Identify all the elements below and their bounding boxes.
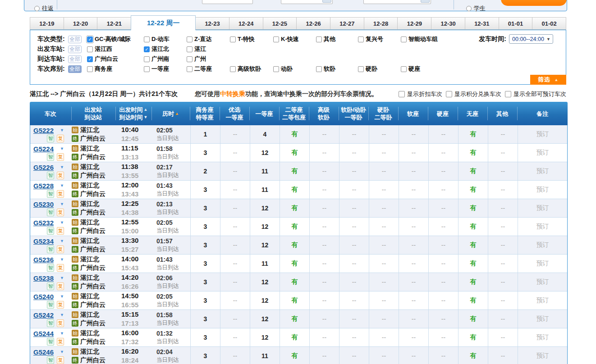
- date-tab-12-31[interactable]: 12-31: [465, 17, 499, 30]
- student-radio[interactable]: 学生: [466, 5, 486, 13]
- book-button[interactable]: 预订: [536, 352, 549, 360]
- transfer-link[interactable]: 中转换乘: [220, 90, 245, 97]
- book-button[interactable]: 预订: [536, 259, 549, 268]
- checkbox-icon[interactable]: [273, 66, 279, 72]
- train-number-link[interactable]: G5246: [33, 348, 54, 356]
- train-number-link[interactable]: G5242: [33, 311, 54, 319]
- checkbox-icon[interactable]: [230, 66, 236, 72]
- select-all-button[interactable]: 全部: [68, 65, 82, 73]
- roundtrip-radio[interactable]: 往返: [34, 5, 54, 13]
- checkbox-icon[interactable]: ✓: [144, 46, 150, 52]
- date-tab-12-27[interactable]: 12-27: [330, 17, 364, 30]
- query-button[interactable]: [501, 0, 567, 6]
- checkbox-icon[interactable]: [316, 36, 322, 42]
- date-tab-12-29[interactable]: 12-29: [397, 17, 431, 30]
- from-station-input[interactable]: [202, 0, 253, 4]
- filter-option[interactable]: 动卧: [273, 65, 316, 73]
- sort-asc-icon[interactable]: ▲: [175, 110, 179, 118]
- expand-caret-icon[interactable]: ▼: [60, 146, 64, 151]
- column-header[interactable]: 历时▲: [151, 102, 190, 125]
- checkbox-icon[interactable]: [401, 66, 407, 72]
- filter-option[interactable]: ✓湛江北: [144, 45, 187, 53]
- filter-option[interactable]: 商务座: [87, 65, 144, 73]
- date-tab-12-30[interactable]: 12-30: [431, 17, 465, 30]
- display-option[interactable]: 显示折扣车次: [399, 90, 442, 98]
- expand-caret-icon[interactable]: ▼: [60, 202, 64, 206]
- date-tab-12-20[interactable]: 12-20: [64, 17, 98, 30]
- expand-caret-icon[interactable]: ▼: [60, 128, 64, 132]
- checkbox-icon[interactable]: ✓: [87, 36, 93, 42]
- checkbox-icon[interactable]: [358, 36, 364, 42]
- date-tab-12-21[interactable]: 12-21: [97, 17, 131, 30]
- date-tab-12-19[interactable]: 12-19: [30, 17, 64, 30]
- filter-option[interactable]: 广州: [187, 55, 230, 63]
- book-button[interactable]: 预订: [536, 296, 549, 305]
- filter-option[interactable]: 其他: [316, 35, 358, 43]
- column-header[interactable]: 出发时间▲到达时间▼: [115, 102, 151, 125]
- sort-desc-icon[interactable]: ▼: [144, 114, 148, 121]
- expand-caret-icon[interactable]: ▼: [60, 257, 64, 262]
- checkbox-icon[interactable]: [187, 36, 193, 42]
- train-number-link[interactable]: G5234: [33, 237, 54, 245]
- date-tab-12-23[interactable]: 12-23: [195, 17, 229, 30]
- select-all-button[interactable]: 全部: [68, 55, 82, 63]
- filter-button[interactable]: 筛选 ▲: [530, 75, 566, 85]
- calendar-icon[interactable]: [322, 0, 331, 3]
- display-option[interactable]: 显示积分兑换车次: [446, 90, 501, 98]
- date-tab-12-22[interactable]: 12-22 周一: [131, 15, 196, 30]
- checkbox-icon[interactable]: [230, 36, 236, 42]
- train-number-link[interactable]: G5222: [33, 127, 54, 134]
- book-button[interactable]: 预订: [536, 186, 549, 194]
- calendar-icon[interactable]: [421, 0, 430, 3]
- checkbox-icon[interactable]: [316, 66, 322, 72]
- filter-option[interactable]: 智能动车组: [401, 35, 459, 43]
- expand-caret-icon[interactable]: ▼: [60, 239, 64, 243]
- checkbox-icon[interactable]: [144, 56, 150, 62]
- train-number-link[interactable]: G5238: [33, 274, 54, 282]
- checkbox-icon[interactable]: [187, 46, 193, 52]
- book-button[interactable]: 预订: [536, 333, 549, 341]
- train-number-link[interactable]: G5232: [33, 219, 54, 227]
- date-tab-12-25[interactable]: 12-25: [263, 17, 297, 30]
- checkbox-icon[interactable]: [87, 66, 93, 72]
- return-date-input[interactable]: [363, 0, 431, 4]
- filter-option[interactable]: Z-直达: [187, 35, 230, 43]
- checkbox-icon[interactable]: [187, 66, 193, 72]
- book-button[interactable]: 预订: [536, 204, 549, 212]
- checkbox-icon[interactable]: [401, 36, 407, 42]
- checkbox-icon[interactable]: [399, 91, 405, 97]
- filter-option[interactable]: 高级软卧: [230, 65, 273, 73]
- expand-caret-icon[interactable]: ▼: [60, 331, 64, 336]
- train-number-link[interactable]: G5236: [33, 256, 54, 264]
- date-tab-12-28[interactable]: 12-28: [364, 17, 398, 30]
- select-all-button[interactable]: 全部: [68, 46, 82, 53]
- expand-caret-icon[interactable]: ▼: [60, 313, 64, 317]
- date-tab-12-24[interactable]: 12-24: [229, 17, 263, 30]
- train-number-link[interactable]: G5224: [33, 145, 54, 153]
- book-button[interactable]: 预订: [536, 278, 549, 286]
- depart-date-input[interactable]: [281, 0, 333, 4]
- filter-option[interactable]: 广州南: [144, 55, 187, 63]
- train-number-link[interactable]: G5244: [33, 330, 54, 337]
- expand-caret-icon[interactable]: ▼: [60, 350, 64, 354]
- filter-option[interactable]: ✓广州白云: [87, 55, 144, 63]
- expand-caret-icon[interactable]: ▼: [60, 183, 64, 188]
- book-button[interactable]: 预订: [536, 223, 549, 231]
- train-number-link[interactable]: G5226: [33, 164, 54, 171]
- filter-option[interactable]: 一等座: [144, 65, 187, 73]
- filter-option[interactable]: 湛江西: [87, 45, 144, 53]
- select-all-button[interactable]: 全部: [68, 36, 82, 43]
- date-tab-01-02[interactable]: 01-02: [532, 17, 566, 30]
- filter-option[interactable]: 湛江: [187, 45, 230, 53]
- book-button[interactable]: 预订: [536, 241, 549, 249]
- date-tab-12-26[interactable]: 12-26: [296, 17, 330, 30]
- sort-asc-icon[interactable]: ▲: [144, 106, 148, 114]
- book-button[interactable]: 预订: [536, 149, 549, 157]
- filter-option[interactable]: 硬座: [401, 65, 459, 73]
- checkbox-icon[interactable]: [358, 66, 364, 72]
- train-number-link[interactable]: G5230: [33, 200, 54, 208]
- checkbox-icon[interactable]: [446, 91, 452, 97]
- checkbox-icon[interactable]: [505, 91, 511, 97]
- display-option[interactable]: 显示全部可预订车次: [505, 90, 566, 98]
- filter-option[interactable]: D-动车: [144, 35, 187, 43]
